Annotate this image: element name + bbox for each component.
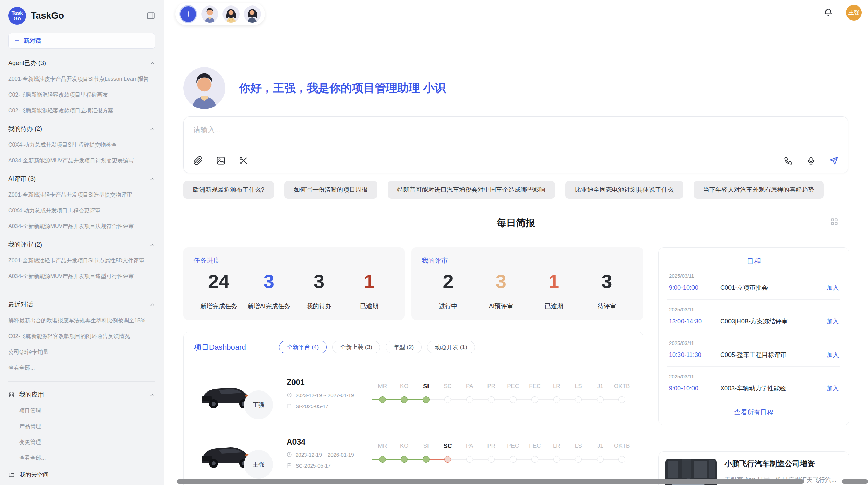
sidebar-task-item[interactable]: A034-全新新能源MUV产品开发项目法规符合性评审 <box>8 223 155 230</box>
dashboard-filter-chip[interactable]: 动总开发 (1) <box>427 341 475 353</box>
schedule-card: 日程 2025/03/119:00-10:00C001-立项审批会加入2025/… <box>658 247 849 425</box>
recent-conversation-item[interactable]: 解释最新出台的欧盟报废车法规再生塑料比例被调至15%... <box>8 317 155 324</box>
layout-grid-icon[interactable] <box>830 217 839 226</box>
dashboard-filter-chip[interactable]: 全新上装 (3) <box>332 341 380 353</box>
assistant-greeting: 你好，王强，我是你的项目管理助理 小识 <box>183 67 446 109</box>
stat-value: 3 <box>601 272 612 291</box>
project-flag-milestone: SI-2025-05-17 <box>287 403 366 409</box>
suggestion-chip[interactable]: 当下年轻人对汽车外观有怎样的喜好趋势 <box>694 181 824 199</box>
milestone-connector <box>430 459 437 460</box>
sidebar-section-header[interactable]: 我的评审 (2) <box>8 240 155 249</box>
suggestion-chip[interactable]: 欧洲新规最近颁布了什么? <box>183 181 274 199</box>
image-upload-icon[interactable] <box>216 156 226 165</box>
plus-icon <box>14 38 20 44</box>
milestone-node <box>379 396 386 403</box>
dashboard-filter-chip[interactable]: 全新平台 (4) <box>279 341 327 353</box>
recent-conversations-header[interactable]: 最近对话 <box>8 300 155 309</box>
sidebar-section-header[interactable]: 我的待办 (2) <box>8 125 155 133</box>
milestone-node <box>401 456 408 463</box>
schedule-event[interactable]: 2025/03/119:00-10:00C001-立项审批会加入 <box>667 266 840 300</box>
sidebar-task-item[interactable]: Z001-全新燃油轻卡产品开发项目SI节点属性5D文件评审 <box>8 257 155 264</box>
horizontal-scrollbar-thumb[interactable] <box>177 479 804 484</box>
milestone-connector <box>481 399 488 400</box>
milestone-connector <box>437 459 445 460</box>
recent-conversation-item[interactable]: C02-飞腾新能源轻客改款项目的闭环通告反馈情况 <box>8 333 155 340</box>
milestone-node <box>379 456 386 463</box>
recent-conversations-title: 最近对话 <box>8 300 33 309</box>
sidebar-task-item[interactable]: C0X4-动力总成开发项目SI里程碑提交物检查 <box>8 141 155 149</box>
app-item[interactable]: 变更管理 <box>19 439 155 446</box>
recent-conversation-item[interactable]: 公司Q3轻卡销量 <box>8 349 155 356</box>
sidebar-task-item[interactable]: C0X4-动力总成开发项目工程变更评审 <box>8 207 155 214</box>
chevron-up-icon <box>149 242 155 248</box>
milestone-node <box>597 456 604 463</box>
event-join-link[interactable]: 加入 <box>827 351 839 359</box>
avatar-woman[interactable] <box>222 5 240 23</box>
milestone-label: OKTB <box>614 383 630 391</box>
sidebar-task-item[interactable]: C02-飞腾新能源轻客改款项目里程碑画布 <box>8 91 155 99</box>
schedule-event[interactable]: 2025/03/1113:00-14:30C003|H0B-方案冻结评审加入 <box>667 300 840 333</box>
new-chat-button[interactable]: 新对话 <box>8 33 155 49</box>
sidebar-link-folder[interactable]: 我的云空间 <box>8 471 155 479</box>
milestone-track <box>502 396 524 403</box>
milestone-connector <box>408 399 415 400</box>
milestone: PA <box>459 383 481 403</box>
event-join-link[interactable]: 加入 <box>827 384 839 393</box>
add-member-button[interactable] <box>179 5 197 23</box>
milestone: FEC <box>524 383 546 403</box>
sidebar-section-header[interactable]: AI评审 (3) <box>8 175 155 183</box>
chat-input[interactable] <box>193 126 468 134</box>
my-apps-header[interactable]: 我的应用 <box>8 390 155 399</box>
voice-call-icon[interactable] <box>784 156 793 165</box>
sidebar-links: 我的云空间我的收藏 <box>8 471 155 485</box>
event-date: 2025/03/11 <box>669 273 839 279</box>
project-row[interactable]: 王强A0342023-12-19 ~ 2026-01-19SC-2025-05-… <box>194 433 633 473</box>
recent-conversation-item[interactable]: 查看全部... <box>8 364 155 372</box>
schedule-event[interactable]: 2025/03/119:00-10:00X003-车辆动力学性能验...加入 <box>667 367 840 400</box>
suggestion-chip[interactable]: 特朗普可能对进口汽车增税会对中国车企造成哪些影响 <box>388 181 555 199</box>
notification-bell-icon[interactable] <box>823 8 833 17</box>
event-join-link[interactable]: 加入 <box>827 284 839 292</box>
sidebar-section-header[interactable]: Agent已办 (3) <box>8 59 155 67</box>
send-icon[interactable] <box>829 156 839 165</box>
project-dashboard-card: 项目Dashboard 全新平台 (4)全新上装 (3)年型 (2)动总开发 (… <box>183 332 643 485</box>
apps-grid-icon <box>8 391 15 398</box>
app-item[interactable]: 产品管理 <box>19 423 155 430</box>
sidebar-task-item[interactable]: Z001-全新燃油轻卡产品开发项目SI造型提交物评审 <box>8 191 155 199</box>
milestone: J1 <box>589 443 611 463</box>
sidebar-task-item[interactable]: A034-全新新能源MUV产品开发项目计划变更表编写 <box>8 157 155 164</box>
dashboard-filter-chip[interactable]: 年型 (2) <box>386 341 422 353</box>
stat: 3新增AI完成任务 <box>244 272 294 310</box>
milestone-connector <box>582 399 589 400</box>
project-dates-text: 2023-12-19 ~ 2027-01-19 <box>296 392 354 398</box>
microphone-icon[interactable] <box>806 156 816 165</box>
sidebar-collapse-icon[interactable] <box>146 11 155 20</box>
user-avatar[interactable]: 王强 <box>846 5 862 21</box>
milestone: SI <box>415 383 437 403</box>
suggestion-chip[interactable]: 如何写一份清晰的项目周报 <box>284 181 377 199</box>
screenshot-icon[interactable] <box>239 156 248 165</box>
milestone-connector <box>502 399 510 400</box>
attachment-icon[interactable] <box>193 156 203 165</box>
avatar-woman-2[interactable] <box>244 5 261 23</box>
app-item[interactable]: 项目管理 <box>19 407 155 414</box>
event-join-link[interactable]: 加入 <box>827 317 839 325</box>
avatar-man[interactable] <box>201 5 218 23</box>
schedule-events: 2025/03/119:00-10:00C001-立项审批会加入2025/03/… <box>667 266 840 400</box>
schedule-event[interactable]: 2025/03/1110:30-11:30C005-整车工程目标评审加入 <box>667 333 840 367</box>
milestone: KO <box>394 383 415 403</box>
sidebar-task-item[interactable]: A034-全新新能源MUV产品开发项目造型可行性评审 <box>8 273 155 280</box>
milestone-track <box>459 396 481 403</box>
project-row[interactable]: 王强Z0012023-12-19 ~ 2027-01-19SI-2025-05-… <box>194 373 633 413</box>
sidebar-task-item[interactable]: Z001-全新燃油皮卡产品开发项目SI节点Lesson Learn报告 <box>8 76 155 83</box>
milestone-track <box>502 456 524 463</box>
stat-label: 新增AI完成任务 <box>248 302 290 310</box>
project-flag-text: SC-2025-05-17 <box>296 463 331 469</box>
horizontal-scrollbar-thumb-right[interactable] <box>842 479 868 484</box>
suggestion-chip[interactable]: 比亚迪全固态电池计划具体说了什么 <box>565 181 683 199</box>
milestone-label: LR <box>553 383 560 391</box>
sidebar-task-item[interactable]: C02-飞腾新能源轻客改款项目立项汇报方案 <box>8 107 155 114</box>
milestone-label: PEC <box>507 443 519 451</box>
app-item[interactable]: 查看全部... <box>19 455 155 462</box>
view-all-schedule-link[interactable]: 查看所有日程 <box>667 400 840 422</box>
